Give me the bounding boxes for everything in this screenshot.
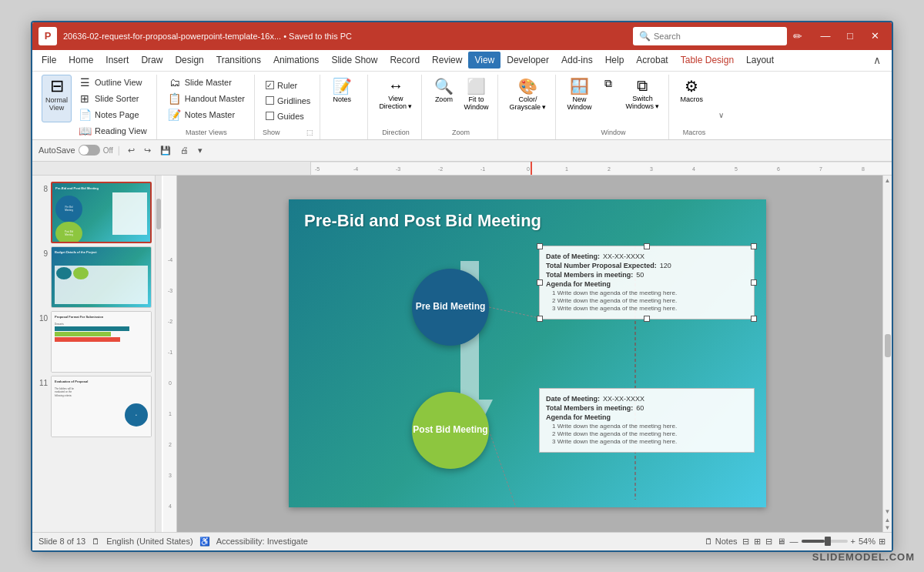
handle-tr[interactable] xyxy=(751,243,757,249)
slide-thumbnail-8[interactable]: 8 Pre-Bid and Post Bid Meeting Pre BidMe… xyxy=(35,182,152,243)
menu-review[interactable]: Review xyxy=(426,52,468,69)
slide-image-9[interactable]: Budget Details of the Project xyxy=(51,246,152,308)
handle-tl[interactable] xyxy=(537,243,543,249)
handle-bm[interactable] xyxy=(644,316,650,322)
menu-layout[interactable]: Layout xyxy=(740,52,780,69)
grid-view-icon[interactable]: ⊞ xyxy=(754,537,761,547)
menu-design[interactable]: Design xyxy=(169,52,209,69)
menu-insert[interactable]: Insert xyxy=(99,52,135,69)
menu-help[interactable]: Help xyxy=(599,52,631,69)
guides-checkbox[interactable]: Guides xyxy=(263,110,307,122)
menu-transitions[interactable]: Transitions xyxy=(210,52,267,69)
slide-thumbnail-11[interactable]: 11 Evaluation of Proposal The bidders wi… xyxy=(35,376,152,437)
menu-view[interactable]: View xyxy=(468,52,500,69)
arrange-button[interactable]: ⧉ xyxy=(598,75,619,122)
outline-view-button[interactable]: ☰ Outline View xyxy=(75,75,150,90)
handle-mr[interactable] xyxy=(751,279,757,286)
accessibility-label[interactable]: Accessibility: Investigate xyxy=(216,537,308,546)
redo-button[interactable]: ↪ xyxy=(141,144,154,157)
menu-acrobat[interactable]: Acrobat xyxy=(630,52,674,69)
handle-br[interactable] xyxy=(751,316,757,322)
handle-bl[interactable] xyxy=(537,316,543,322)
gridlines-checkbox[interactable]: Gridlines xyxy=(263,95,313,107)
undo-button[interactable]: ↩ xyxy=(125,144,138,157)
canvas-scrollbar[interactable]: ▲ ▼ ▲ ▼ xyxy=(882,176,892,532)
zoom-percentage[interactable]: 54% xyxy=(859,537,875,546)
zoom-out-button[interactable]: — xyxy=(790,537,798,546)
menu-addins[interactable]: Add-ins xyxy=(555,52,599,69)
zoom-in-button[interactable]: + xyxy=(851,537,855,546)
menu-draw[interactable]: Draw xyxy=(135,52,169,69)
fit-screen-icon[interactable]: ⊞ xyxy=(879,537,886,547)
slides-scrollbar[interactable] xyxy=(156,176,162,532)
slide-image-10[interactable]: Proposal Format For Submission Desserts xyxy=(51,311,152,373)
minimize-button[interactable]: — xyxy=(815,27,836,45)
normal-view-button[interactable]: ⊟ NormalView xyxy=(42,75,72,122)
menu-tabledesign[interactable]: Table Design xyxy=(675,52,740,69)
ribbon-more-button[interactable]: ∨ xyxy=(718,75,729,122)
handout-master-button[interactable]: 📋 Handout Master xyxy=(165,91,248,106)
search-input[interactable] xyxy=(654,32,781,41)
slide-sorter-button[interactable]: ⊞ Slide Sorter xyxy=(75,91,150,106)
slide-image-11[interactable]: Evaluation of Proposal The bidders will … xyxy=(51,376,152,437)
view-direction-button[interactable]: ↔ ViewDirection ▾ xyxy=(376,75,415,122)
prebid-agenda-label: Agenda for Meeting xyxy=(546,280,611,288)
canvas-scroll-thumb[interactable] xyxy=(885,334,891,357)
new-window-button[interactable]: 🪟 NewWindow xyxy=(564,75,594,122)
zoom-button[interactable]: 🔍 Zoom xyxy=(430,75,457,122)
scroll-down-arrow[interactable]: ▼ xyxy=(885,508,891,515)
slide-master-button[interactable]: 🗂 Slide Master xyxy=(165,75,248,90)
menu-file[interactable]: File xyxy=(35,52,62,69)
zoom-up-arrow[interactable]: ▲ xyxy=(885,517,891,523)
fit-window-button[interactable]: ⬜ Fit toWindow xyxy=(460,75,491,122)
pen-icon[interactable]: ✏ xyxy=(793,30,802,42)
search-box[interactable]: 🔍 xyxy=(633,27,787,45)
scroll-up-arrow[interactable]: ▲ xyxy=(885,177,891,184)
presenter-view-icon[interactable]: 🖥 xyxy=(777,537,785,546)
zoom-slider[interactable] xyxy=(802,540,848,543)
prebid-info-box[interactable]: Date of Meeting: XX-XX-XXXX Total Number… xyxy=(539,246,755,319)
slide-view-icon[interactable]: ⊟ xyxy=(742,537,749,547)
ruler-main: -5 -4 -3 -2 -1 0 1 2 3 4 5 6 7 8 xyxy=(311,162,892,175)
slide-thumbnail-9[interactable]: 9 Budget Details of the Project xyxy=(35,246,152,308)
zoom-down-arrow[interactable]: ▼ xyxy=(885,524,891,531)
macros-button[interactable]: ⚙ Macros xyxy=(677,75,706,122)
notes-page-button[interactable]: 📄 Notes Page xyxy=(75,107,150,122)
new-window-icon: 🪟 xyxy=(570,77,589,95)
reading-view-icon[interactable]: ⊟ xyxy=(765,537,772,547)
scrollbar-thumb[interactable] xyxy=(156,199,161,229)
menu-animations[interactable]: Animations xyxy=(267,52,325,69)
svg-text:-5: -5 xyxy=(315,166,320,172)
print-button[interactable]: 🖨 xyxy=(177,144,192,156)
reading-view-button[interactable]: 📖 Reading View xyxy=(75,123,150,139)
guides-check-icon xyxy=(266,112,274,120)
slide-image-8[interactable]: Pre-Bid and Post Bid Meeting Pre BidMeet… xyxy=(51,182,152,243)
ruler-checkbox[interactable]: Ruler xyxy=(263,79,300,92)
menu-developer[interactable]: Developer xyxy=(500,52,555,69)
notes-master-button[interactable]: 📝 Notes Master xyxy=(165,107,248,122)
svg-text:4: 4 xyxy=(692,166,695,172)
menu-slideshow[interactable]: Slide Show xyxy=(325,52,383,69)
handle-ml[interactable] xyxy=(537,279,543,286)
menu-record[interactable]: Record xyxy=(383,52,426,69)
autosave-toggle[interactable] xyxy=(79,145,100,156)
zoom-thumb[interactable] xyxy=(825,537,831,546)
slide-thumbnail-10[interactable]: 10 Proposal Format For Submission Desser… xyxy=(35,311,152,373)
view-direction-label: ViewDirection ▾ xyxy=(379,95,412,110)
prebid-number-label: Total Number Proposal Expected: xyxy=(546,262,657,269)
close-button[interactable]: ✕ xyxy=(864,27,886,45)
menu-home[interactable]: Home xyxy=(62,52,99,69)
color-grayscale-button[interactable]: 🎨 Color/Grayscale ▾ xyxy=(506,75,549,122)
slide-number-8: 8 xyxy=(35,182,48,193)
zoom-icon: 🔍 xyxy=(434,77,454,95)
normal-view-label: NormalView xyxy=(45,96,68,113)
ribbon-collapse-button[interactable]: ∧ xyxy=(873,54,889,66)
save-button[interactable]: 💾 xyxy=(157,144,174,157)
notes-status-button[interactable]: 🗒 Notes xyxy=(705,537,738,546)
notes-button[interactable]: 📝 Notes xyxy=(328,75,356,122)
maximize-button[interactable]: □ xyxy=(839,27,861,45)
customize-button[interactable]: ▾ xyxy=(195,144,206,157)
postbid-info-box[interactable]: Date of Meeting: XX-XX-XXXX Total Member… xyxy=(539,388,755,453)
switch-windows-button[interactable]: ⧉ SwitchWindows ▾ xyxy=(622,75,662,122)
handle-tm[interactable] xyxy=(644,243,650,249)
